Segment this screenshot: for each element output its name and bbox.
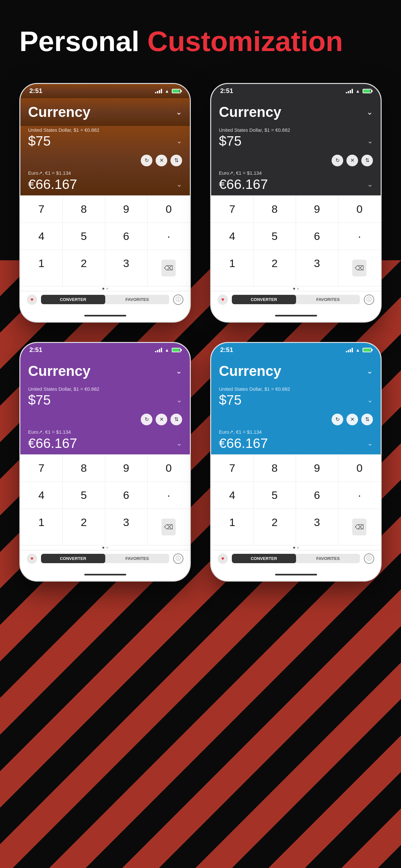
phone-3: 2:51 ▲ Currency ⌄ United (19, 342, 191, 582)
key-dot-3[interactable]: · (148, 482, 190, 509)
key-5-3[interactable]: 5 (63, 482, 105, 509)
key-3-1[interactable]: 3 (105, 250, 148, 286)
key-backspace-1[interactable]: ⌫ (148, 250, 190, 286)
currency-to-chevron-2[interactable]: ⌄ (367, 180, 373, 189)
status-time-3: 2:51 (29, 346, 42, 353)
swap-btn-3[interactable]: ⇅ (171, 414, 182, 425)
clear-btn-1[interactable]: ✕ (156, 155, 167, 166)
key-4-2[interactable]: 4 (211, 223, 253, 250)
key-4-1[interactable]: 4 (20, 223, 63, 250)
key-7-2[interactable]: 7 (211, 196, 253, 223)
refresh-btn-4[interactable]: ↻ (332, 414, 343, 425)
header-chevron-3[interactable]: ⌄ (176, 367, 182, 376)
key-dot-4[interactable]: · (338, 482, 381, 509)
tab-converter-4[interactable]: CONVERTER (232, 554, 296, 563)
key-6-1[interactable]: 6 (105, 223, 148, 250)
heart-btn-4[interactable]: ♥ (218, 554, 228, 564)
key-0-2[interactable]: 0 (338, 196, 381, 223)
currency-from-chevron-1[interactable]: ⌄ (176, 137, 182, 145)
currency-from-chevron-4[interactable]: ⌄ (367, 396, 373, 404)
tab-favorites-1[interactable]: FAVORITES (105, 295, 169, 304)
key-7-1[interactable]: 7 (20, 196, 63, 223)
clear-btn-4[interactable]: ✕ (346, 414, 358, 425)
currency-from-chevron-3[interactable]: ⌄ (176, 396, 182, 404)
dot-2-2 (297, 288, 299, 290)
currency-to-chevron-3[interactable]: ⌄ (176, 439, 182, 447)
key-5-2[interactable]: 5 (253, 223, 296, 250)
tab-bar-2: ♥ CONVERTER FAVORITES ⓘ (211, 291, 381, 310)
key-9-1[interactable]: 9 (105, 196, 148, 223)
currency-from-chevron-2[interactable]: ⌄ (367, 137, 373, 145)
key-2-3[interactable]: 2 (63, 509, 105, 546)
currency-from-row-2: United States Dollar, $1 = €0.882 $75 ⌄ (211, 126, 381, 152)
key-6-3[interactable]: 6 (105, 482, 148, 509)
key-backspace-2[interactable]: ⌫ (338, 250, 381, 286)
key-1-4[interactable]: 1 (211, 509, 253, 546)
key-1-1[interactable]: 1 (20, 250, 63, 286)
tab-favorites-2[interactable]: FAVORITES (296, 295, 360, 304)
key-3-4[interactable]: 3 (296, 509, 338, 546)
tab-converter-2[interactable]: CONVERTER (232, 295, 296, 304)
page-dots-2 (211, 286, 381, 291)
key-9-4[interactable]: 9 (296, 455, 338, 482)
key-4-3[interactable]: 4 (20, 482, 63, 509)
key-5-4[interactable]: 5 (253, 482, 296, 509)
info-btn-1[interactable]: ⓘ (173, 294, 183, 305)
key-8-4[interactable]: 8 (253, 455, 296, 482)
key-9-3[interactable]: 9 (105, 455, 148, 482)
tab-converter-3[interactable]: CONVERTER (41, 554, 105, 563)
key-8-1[interactable]: 8 (63, 196, 105, 223)
currency-from-label-1: United States Dollar, $1 = €0.882 (28, 127, 182, 133)
currency-to-chevron-4[interactable]: ⌄ (367, 439, 373, 447)
key-4-4[interactable]: 4 (211, 482, 253, 509)
refresh-btn-2[interactable]: ↻ (332, 155, 343, 166)
swap-btn-4[interactable]: ⇅ (361, 414, 373, 425)
currency-to-value-2: €66.167 (219, 177, 268, 192)
currency-from-value-4: $75 (219, 392, 242, 408)
key-dot-2[interactable]: · (338, 223, 381, 250)
clear-btn-3[interactable]: ✕ (156, 414, 167, 425)
key-2-2[interactable]: 2 (253, 250, 296, 286)
heart-btn-2[interactable]: ♥ (218, 294, 228, 305)
home-indicator-1 (20, 310, 190, 321)
key-3-3[interactable]: 3 (105, 509, 148, 546)
key-6-2[interactable]: 6 (296, 223, 338, 250)
tab-favorites-3[interactable]: FAVORITES (105, 554, 169, 563)
key-8-2[interactable]: 8 (253, 196, 296, 223)
currency-to-chevron-1[interactable]: ⌄ (176, 180, 182, 189)
tab-favorites-4[interactable]: FAVORITES (296, 554, 360, 563)
key-1-2[interactable]: 1 (211, 250, 253, 286)
key-6-4[interactable]: 6 (296, 482, 338, 509)
key-backspace-4[interactable]: ⌫ (338, 509, 381, 546)
key-8-3[interactable]: 8 (63, 455, 105, 482)
key-0-4[interactable]: 0 (338, 455, 381, 482)
key-9-2[interactable]: 9 (296, 196, 338, 223)
dot-1-2 (293, 288, 295, 290)
refresh-btn-3[interactable]: ↻ (141, 414, 152, 425)
key-1-3[interactable]: 1 (20, 509, 63, 546)
key-7-4[interactable]: 7 (211, 455, 253, 482)
header-chevron-1[interactable]: ⌄ (176, 107, 182, 117)
heart-btn-1[interactable]: ♥ (27, 294, 37, 305)
clear-btn-2[interactable]: ✕ (346, 155, 358, 166)
key-0-1[interactable]: 0 (148, 196, 190, 223)
swap-btn-1[interactable]: ⇅ (171, 155, 182, 166)
refresh-btn-1[interactable]: ↻ (141, 155, 152, 166)
key-backspace-3[interactable]: ⌫ (148, 509, 190, 546)
key-0-3[interactable]: 0 (148, 455, 190, 482)
status-time-1: 2:51 (29, 87, 42, 95)
info-btn-2[interactable]: ⓘ (364, 294, 374, 305)
key-2-4[interactable]: 2 (253, 509, 296, 546)
info-btn-3[interactable]: ⓘ (173, 554, 183, 564)
tab-converter-1[interactable]: CONVERTER (41, 295, 105, 304)
header-chevron-4[interactable]: ⌄ (366, 367, 373, 376)
key-dot-1[interactable]: · (148, 223, 190, 250)
heart-btn-3[interactable]: ♥ (27, 554, 37, 564)
key-3-2[interactable]: 3 (296, 250, 338, 286)
key-2-1[interactable]: 2 (63, 250, 105, 286)
info-btn-4[interactable]: ⓘ (364, 554, 374, 564)
swap-btn-2[interactable]: ⇅ (361, 155, 373, 166)
key-5-1[interactable]: 5 (63, 223, 105, 250)
header-chevron-2[interactable]: ⌄ (366, 107, 373, 117)
key-7-3[interactable]: 7 (20, 455, 63, 482)
